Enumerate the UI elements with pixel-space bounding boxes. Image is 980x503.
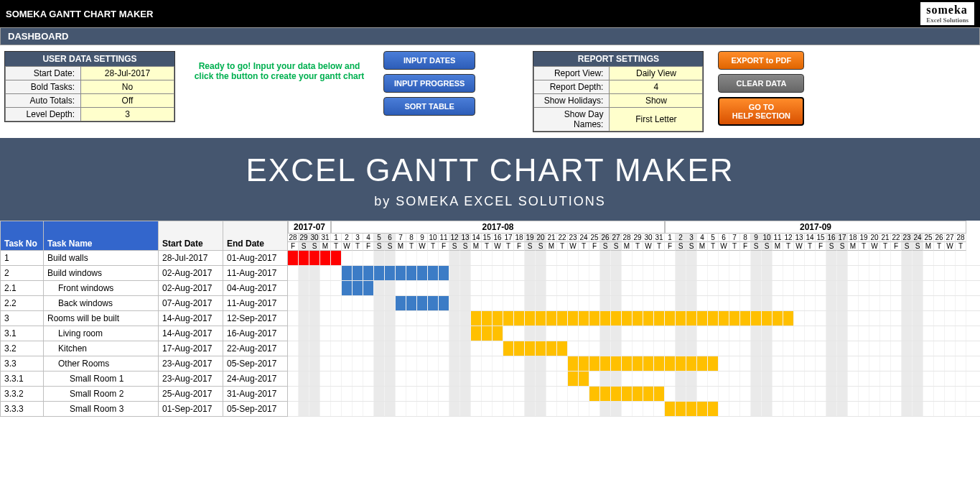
setting-value[interactable]: 28-Jul-2017 [81,67,174,80]
gantt-bar-segment [503,341,514,356]
input-dates-button[interactable]: INPUT DATES [383,51,475,70]
day-name: T [406,242,417,251]
gantt-area: Task No Task Name Start Date End Date 1B… [0,221,980,417]
setting-value[interactable]: 3 [81,108,174,121]
table-row[interactable]: 3.3.2Small Room 225-Aug-201731-Aug-2017 [1,387,288,402]
day-number: 7 [396,234,406,242]
gantt-bar-segment [471,311,482,326]
gantt-bar-segment [600,356,611,371]
task-start[interactable]: 23-Aug-2017 [159,356,223,372]
day-number: 24 [579,234,589,242]
task-start[interactable]: 07-Aug-2017 [159,296,223,311]
day-name: S [902,242,913,251]
task-start[interactable]: 25-Aug-2017 [159,387,223,402]
gantt-bar-segment [665,356,676,371]
task-name[interactable]: Front windows [44,281,159,296]
task-start[interactable]: 01-Sep-2017 [159,402,223,417]
task-name[interactable]: Small Room 1 [44,372,159,387]
task-end[interactable]: 05-Sep-2017 [223,402,288,417]
report-settings-panel: REPORT SETTINGS Report View:Daily ViewRe… [533,51,704,132]
task-end[interactable]: 01-Aug-2017 [223,251,288,266]
input-progress-button[interactable]: INPUT PROGRESS [383,74,475,93]
sort-table-button[interactable]: SORT TABLE [383,97,475,116]
table-row[interactable]: 3.3.1Small Room 123-Aug-201724-Aug-2017 [1,372,288,387]
table-row[interactable]: 3.3Other Rooms23-Aug-201705-Sep-2017 [1,356,288,372]
day-name: W [342,242,353,251]
table-row[interactable]: 3Rooms will be built14-Aug-201712-Sep-20… [1,311,288,326]
gantt-bar-segment [643,311,654,326]
gantt-bar-segment [514,311,525,326]
day-name: W [417,242,428,251]
task-start[interactable]: 23-Aug-2017 [159,372,223,387]
task-start[interactable]: 17-Aug-2017 [159,341,223,356]
task-end[interactable]: 22-Aug-2017 [223,341,288,356]
export-pdf-button[interactable]: EXPORT to PDF [718,51,804,70]
task-start[interactable]: 14-Aug-2017 [159,311,223,326]
setting-value[interactable]: First Letter [610,108,703,131]
table-row[interactable]: 1Build walls28-Jul-201701-Aug-2017 [1,251,288,266]
day-number: 27 [611,234,622,242]
day-name: T [859,242,869,251]
settings-row: USER DATA SETTINGS Start Date:28-Jul-201… [0,45,980,138]
gantt-bar-segment [697,356,708,371]
table-row[interactable]: 2Build windows02-Aug-201711-Aug-2017 [1,266,288,281]
task-name[interactable]: Small Room 3 [44,402,159,417]
day-number: 31 [654,234,665,242]
task-name[interactable]: Back windows [44,296,159,311]
gantt-bar-segment [579,372,589,386]
task-end[interactable]: 31-Aug-2017 [223,387,288,402]
task-end[interactable]: 05-Sep-2017 [223,356,288,372]
task-start[interactable]: 14-Aug-2017 [159,326,223,341]
gantt-bar-segment [751,311,762,326]
task-start[interactable]: 02-Aug-2017 [159,266,223,281]
gantt-row [288,251,980,266]
gantt-bar-segment [546,311,557,326]
table-row[interactable]: 2.2Back windows07-Aug-201711-Aug-2017 [1,296,288,311]
day-name: T [353,242,363,251]
day-number: 21 [546,234,557,242]
task-end[interactable]: 11-Aug-2017 [223,296,288,311]
day-name: F [816,242,826,251]
task-end[interactable]: 11-Aug-2017 [223,266,288,281]
task-name[interactable]: Rooms will be built [44,311,159,326]
table-row[interactable]: 3.2Kitchen17-Aug-201722-Aug-2017 [1,341,288,356]
task-start[interactable]: 28-Jul-2017 [159,251,223,266]
gantt-bar-segment [622,311,633,326]
task-end[interactable]: 16-Aug-2017 [223,326,288,341]
task-name[interactable]: Small Room 2 [44,387,159,402]
clear-data-button[interactable]: CLEAR DATA [718,74,804,93]
help-section-button[interactable]: GO TO HELP SECTION [718,97,804,126]
gantt-bar-segment [622,387,633,401]
setting-value[interactable]: Show [610,94,703,108]
table-row[interactable]: 3.3.3Small Room 301-Sep-201705-Sep-2017 [1,402,288,417]
hero-banner: EXCEL GANTT CHART MAKER by SOMEKA EXCEL … [0,138,980,221]
day-number: 23 [568,234,579,242]
task-start[interactable]: 02-Aug-2017 [159,281,223,296]
day-name: T [579,242,589,251]
day-number: 28 [956,234,966,242]
task-end[interactable]: 04-Aug-2017 [223,281,288,296]
day-number: 27 [945,234,956,242]
day-name: T [708,242,719,251]
task-name[interactable]: Build windows [44,266,159,281]
col-end-date: End Date [223,221,288,251]
task-name[interactable]: Kitchen [44,341,159,356]
task-end[interactable]: 12-Sep-2017 [223,311,288,326]
task-name[interactable]: Other Rooms [44,356,159,372]
setting-value[interactable]: No [81,80,174,94]
day-name: T [805,242,816,251]
setting-value[interactable]: Daily View [610,67,703,80]
day-name: F [589,242,600,251]
day-name: S [385,242,396,251]
month-header: 2017-09 [665,221,966,234]
task-name[interactable]: Living room [44,326,159,341]
table-row[interactable]: 3.1Living room14-Aug-201716-Aug-2017 [1,326,288,341]
setting-value[interactable]: Off [81,94,174,108]
day-name: F [363,242,374,251]
setting-value[interactable]: 4 [610,80,703,94]
table-row[interactable]: 2.1Front windows02-Aug-201704-Aug-2017 [1,281,288,296]
task-name[interactable]: Build walls [44,251,159,266]
day-number: 28 [622,234,633,242]
task-end[interactable]: 24-Aug-2017 [223,372,288,387]
gantt-bar-segment [579,356,589,371]
